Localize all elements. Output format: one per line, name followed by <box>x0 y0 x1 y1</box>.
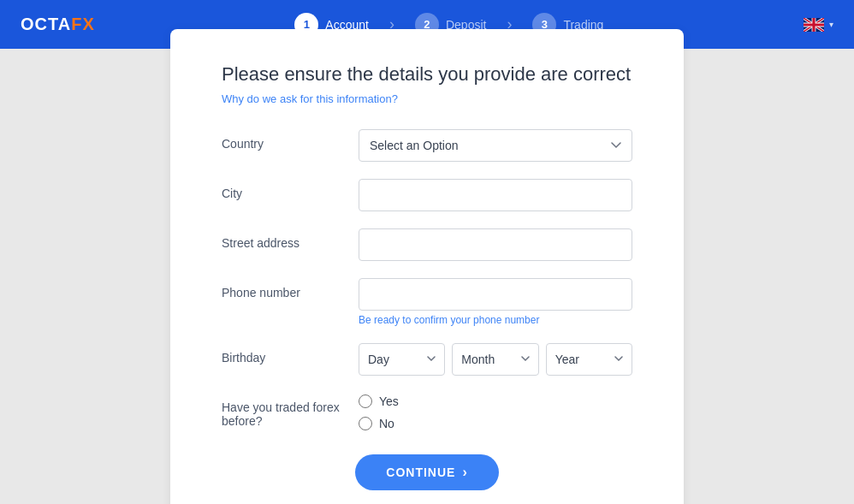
step-deposit[interactable]: 2 Deposit <box>398 13 503 37</box>
step-3-label: Trading <box>563 18 603 32</box>
birthday-selects: Day Month Year <box>359 343 632 376</box>
logo: OCTAFX <box>21 15 95 34</box>
birthday-control-wrap: Day Month Year <box>359 343 632 376</box>
step-account[interactable]: 1 Account <box>277 13 386 37</box>
forex-yes-label[interactable]: Yes <box>359 394 632 408</box>
street-input[interactable] <box>359 228 632 261</box>
forex-control-wrap: Yes No <box>359 393 632 430</box>
form-card: Please ensure the details you provide ar… <box>170 29 684 505</box>
step-3-number: 3 <box>532 13 556 37</box>
phone-input[interactable] <box>359 278 632 311</box>
step-1-label: Account <box>325 18 369 32</box>
forex-yes-text: Yes <box>379 394 399 408</box>
street-label: Street address <box>222 228 359 250</box>
forex-label: Have you traded forex before? <box>222 393 359 428</box>
step-2-label: Deposit <box>446 18 486 32</box>
country-label: Country <box>222 129 359 151</box>
city-control-wrap <box>359 179 632 211</box>
phone-label: Phone number <box>222 278 359 299</box>
birthday-year-select[interactable]: Year <box>546 343 632 376</box>
forex-no-text: No <box>379 417 394 430</box>
steps-nav: 1 Account › 2 Deposit › 3 Trading <box>277 13 620 37</box>
continue-label: CONTINUE <box>386 465 455 479</box>
logo-octa: OCTA <box>21 15 71 33</box>
country-control-wrap: Select an Option <box>359 129 632 162</box>
continue-row: CONTINUE › <box>222 454 632 490</box>
card-subtitle[interactable]: Why do we ask for this information? <box>222 92 632 105</box>
radio-group: Yes No <box>359 393 632 430</box>
country-select[interactable]: Select an Option <box>359 129 632 162</box>
step-trading[interactable]: 3 Trading <box>515 13 620 37</box>
continue-button[interactable]: CONTINUE › <box>355 454 498 490</box>
step-2-number: 2 <box>415 13 439 37</box>
forex-label-line2: before? <box>222 414 262 428</box>
city-label: City <box>222 179 359 200</box>
birthday-row: Birthday Day Month Year <box>222 343 632 376</box>
forex-no-radio[interactable] <box>359 417 372 430</box>
phone-hint: Be ready to confirm your phone number <box>359 314 632 326</box>
street-row: Street address <box>222 228 632 261</box>
birthday-label: Birthday <box>222 343 359 365</box>
city-row: City <box>222 179 632 211</box>
forex-yes-radio[interactable] <box>359 394 372 408</box>
phone-row: Phone number Be ready to confirm your ph… <box>222 278 632 326</box>
forex-label-line1: Have you traded forex <box>222 400 340 414</box>
birthday-month-select[interactable]: Month <box>452 343 538 376</box>
phone-control-wrap: Be ready to confirm your phone number <box>359 278 632 326</box>
city-input[interactable] <box>359 179 632 211</box>
country-row: Country Select an Option <box>222 129 632 162</box>
continue-arrow-icon: › <box>462 465 467 480</box>
main-content: Please ensure the details you provide ar… <box>0 49 854 504</box>
chevron-down-icon: ▾ <box>829 20 833 29</box>
uk-flag-icon <box>804 18 824 32</box>
step-1-number: 1 <box>294 13 318 37</box>
lang-selector[interactable]: ▾ <box>804 18 833 32</box>
birthday-day-select[interactable]: Day <box>359 343 445 376</box>
forex-row: Have you traded forex before? Yes No <box>222 393 632 430</box>
card-title: Please ensure the details you provide ar… <box>222 63 632 86</box>
street-control-wrap <box>359 228 632 261</box>
logo-text: OCTAFX <box>21 15 95 34</box>
forex-no-label[interactable]: No <box>359 417 632 430</box>
logo-fx: FX <box>71 15 95 33</box>
